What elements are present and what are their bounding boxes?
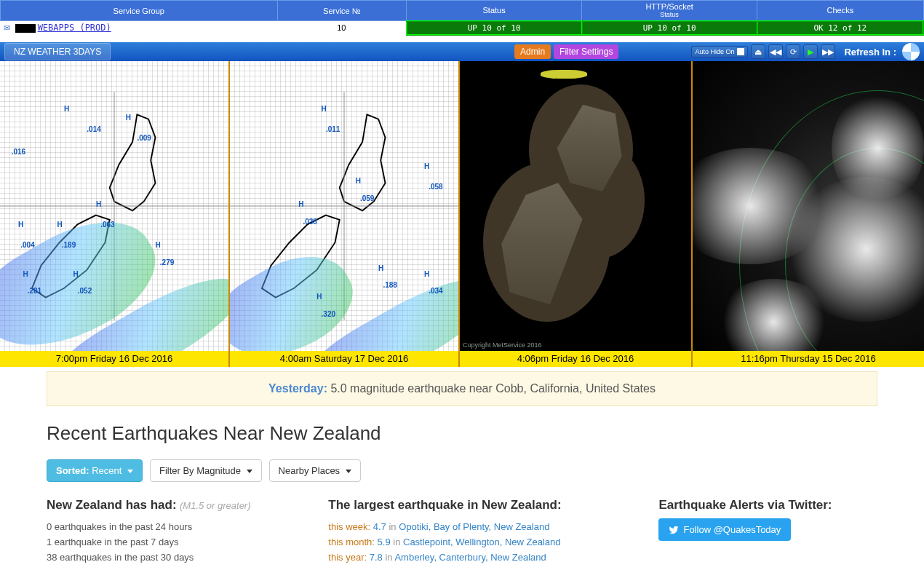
filter-settings-link[interactable]: Filter Settings xyxy=(554,44,618,59)
eq-col-summary: New Zealand has had: (M1.5 or greater) 0… xyxy=(47,498,314,565)
play-button[interactable]: ▶ xyxy=(803,44,818,59)
pressure-label: H xyxy=(18,221,23,229)
twitter-follow-button[interactable]: Follow @QuakesToday xyxy=(658,518,791,541)
caption-3: 4:06pm Friday 16 Dec 2016 xyxy=(460,351,691,367)
refresh-button[interactable]: ⟳ xyxy=(786,44,800,59)
eq-col-largest: The largest earthquake in New Zealand: t… xyxy=(328,498,644,565)
pressure-label: .011 xyxy=(326,125,340,133)
satellite-image xyxy=(693,61,924,351)
cell-checks: OK 12 of 12 xyxy=(757,21,923,35)
sorted-dropdown[interactable]: Sorted: Recent xyxy=(47,459,143,482)
caret-down-icon xyxy=(127,470,133,473)
pressure-label: .320 xyxy=(322,310,335,318)
panels-row: .016H.014H.009H.004H.189H.063H.201H.052H… xyxy=(0,61,924,367)
weather-map-1: .016H.014H.009H.004H.189H.063H.201H.052H… xyxy=(0,61,228,351)
th-http: HTTP/SocketStatus xyxy=(582,1,757,21)
pressure-label: .014 xyxy=(87,125,100,133)
cell-service-group: ✉ WEBAPPS (PROD) xyxy=(1,21,278,35)
mail-icon: ✉ xyxy=(4,23,10,32)
refresh-label: Refresh In : xyxy=(844,47,896,58)
pressure-label: H xyxy=(378,264,383,272)
th-checks: Checks xyxy=(757,1,923,21)
pressure-label: H xyxy=(322,105,327,113)
forward-button[interactable]: ▶▶ xyxy=(821,44,835,59)
filter-magnitude-dropdown[interactable]: Filter By Magnitude xyxy=(150,459,262,482)
panel-radar: Copyright MetService 2016 4:06pm Friday … xyxy=(460,61,693,367)
eq-col-twitter: Earthquake Alerts via Twitter: Follow @Q… xyxy=(658,498,877,565)
eq-col3-title: Earthquake Alerts via Twitter: xyxy=(658,498,832,512)
caption-4: 11:16pm Thursday 15 Dec 2016 xyxy=(693,351,924,367)
radar-map: Copyright MetService 2016 xyxy=(460,61,691,351)
cell-status: UP 10 of 10 xyxy=(407,21,582,35)
pressure-label: H xyxy=(57,221,63,229)
eq-button-row: Sorted: Recent Filter By Magnitude Nearb… xyxy=(47,459,877,482)
spinner-icon xyxy=(902,43,920,60)
banner-prefix: Yesterday: xyxy=(268,382,327,395)
pressure-label: .034 xyxy=(429,287,442,295)
eq-col1-title: New Zealand has had: xyxy=(47,498,177,512)
th-service-group: Service Group xyxy=(1,1,278,21)
radar-copyright: Copyright MetService 2016 xyxy=(463,341,542,349)
pressure-label: H xyxy=(424,162,429,170)
eq-largest-line: this month: 5.9 in Castlepoint, Wellingt… xyxy=(328,535,644,550)
weather-map-2: H.011H.059H.058H.038H.188H.320H.034 xyxy=(230,61,458,351)
eq-stat-line: 0 earthquakes in the past 24 hours xyxy=(47,520,314,535)
eq-title: Recent Earthquakes Near New Zealand xyxy=(47,422,877,445)
tab-nz-weather[interactable]: NZ WEATHER 3DAYS xyxy=(4,43,111,60)
pressure-label: .279 xyxy=(160,258,174,266)
eq-largest-line: this year: 7.8 in Amberley, Canterbury, … xyxy=(328,550,644,566)
pressure-label: .016 xyxy=(12,148,25,156)
pressure-label: .038 xyxy=(303,218,316,226)
pressure-label: H xyxy=(64,105,69,113)
pressure-label: H xyxy=(156,241,161,249)
service-group-link[interactable]: WEBAPPS (PROD) xyxy=(38,23,111,33)
pressure-label: H xyxy=(424,270,429,278)
caret-down-icon xyxy=(346,470,351,473)
eq-yesterday-banner: Yesterday: 5.0 magnitude earthquake near… xyxy=(47,371,877,406)
eq-largest-line: this week: 4.7 in Opotiki, Bay of Plenty… xyxy=(328,520,644,535)
caret-down-icon xyxy=(247,470,252,473)
th-service-no: Service № xyxy=(277,1,407,21)
pressure-label: H xyxy=(23,270,28,278)
eq-col2-title: The largest earthquake in New Zealand: xyxy=(328,498,561,512)
control-bar: NZ WEATHER 3DAYS Admin Filter Settings A… xyxy=(0,42,924,61)
status-table: Service Group Service № Status HTTP/Sock… xyxy=(0,0,924,36)
pressure-label: .059 xyxy=(360,194,374,202)
eject-button[interactable]: ⏏ xyxy=(751,44,765,59)
pressure-label: H xyxy=(126,114,131,122)
panel-satellite: 11:16pm Thursday 15 Dec 2016 xyxy=(693,61,924,367)
auto-hide-toggle[interactable]: Auto Hide On xyxy=(691,46,748,58)
admin-link[interactable]: Admin xyxy=(514,44,551,59)
pressure-label: .188 xyxy=(383,281,397,289)
panel-weather-1: .016H.014H.009H.004H.189H.063H.201H.052H… xyxy=(0,61,230,367)
eq-stat-line: 38 earthquakes in the past 30 days xyxy=(47,550,314,566)
cell-service-no: 10 xyxy=(277,21,407,35)
pressure-label: H xyxy=(73,270,78,278)
eq-col1-sub: (M1.5 or greater) xyxy=(180,500,251,511)
eq-stat-line: 1 earthquake in the past 7 days xyxy=(47,535,314,550)
twitter-icon xyxy=(669,525,679,535)
pressure-label: .052 xyxy=(78,287,92,295)
pressure-label: .004 xyxy=(20,241,34,249)
pressure-label: H xyxy=(316,293,322,301)
eq-section: Recent Earthquakes Near New Zealand Sort… xyxy=(47,422,877,565)
pressure-label: .058 xyxy=(429,183,442,191)
panel-weather-2: H.011H.059H.058H.038H.188H.320H.034 4:00… xyxy=(230,61,460,367)
redacted xyxy=(15,24,36,33)
pressure-label: .063 xyxy=(100,221,114,229)
th-status: Status xyxy=(407,1,582,21)
rewind-button[interactable]: ◀◀ xyxy=(768,44,783,59)
pressure-label: .009 xyxy=(137,134,151,142)
cell-http: UP 10 of 10 xyxy=(582,21,757,35)
nearby-places-dropdown[interactable]: Nearby Places xyxy=(269,459,361,482)
pressure-label: H xyxy=(96,200,101,208)
banner-text: 5.0 magnitude earthquake near Cobb, Cali… xyxy=(327,382,656,395)
caption-1: 7:00pm Friday 16 Dec 2016 xyxy=(0,351,228,367)
pressure-label: .189 xyxy=(62,241,76,249)
pressure-label: H xyxy=(356,177,361,185)
caption-2: 4:00am Saturday 17 Dec 2016 xyxy=(230,351,458,367)
pressure-label: .201 xyxy=(28,287,41,295)
pressure-label: H xyxy=(298,200,303,208)
